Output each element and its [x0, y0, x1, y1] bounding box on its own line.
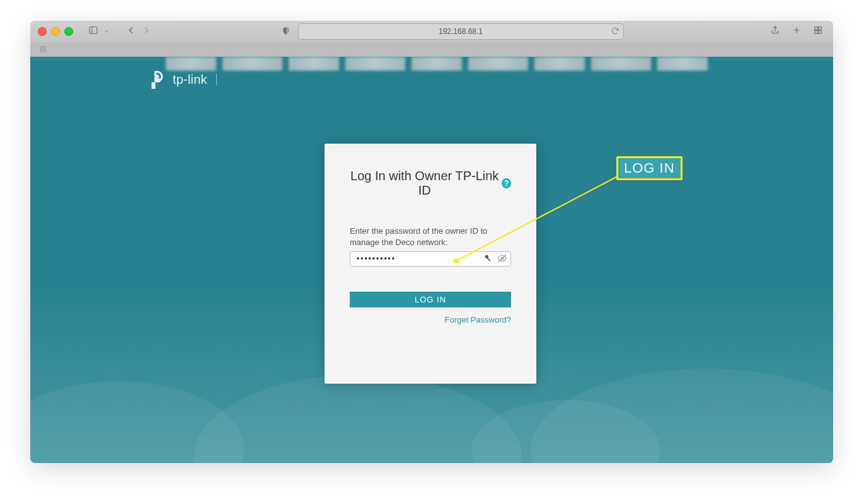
grid-icon	[813, 25, 823, 35]
svg-rect-16	[487, 258, 490, 261]
share-icon	[770, 25, 780, 35]
share-button[interactable]	[770, 25, 780, 38]
page-content: tp-link Log In with Owner TP-Link ID ? E…	[30, 57, 833, 463]
address-bar[interactable]: 192.168.68.1	[298, 23, 624, 40]
tp-link-logo-icon	[145, 68, 168, 91]
browser-titlebar: 192.168.68.1	[30, 21, 833, 42]
svg-rect-3	[819, 27, 822, 30]
eye-off-icon	[497, 253, 507, 263]
tp-link-logo-text: tp-link	[173, 72, 207, 87]
annotation-callout: LOG IN	[616, 156, 683, 180]
svg-point-11	[45, 49, 46, 50]
svg-rect-2	[815, 27, 818, 30]
login-card: Log In with Owner TP-Link ID ? Enter the…	[325, 144, 536, 384]
plus-icon	[792, 25, 802, 35]
svg-rect-5	[819, 31, 822, 34]
svg-rect-0	[89, 27, 97, 34]
sidebar-menu-caret[interactable]	[103, 26, 110, 37]
login-help-button[interactable]: ?	[502, 178, 511, 188]
reload-button[interactable]	[611, 26, 619, 37]
help-icon: ?	[504, 179, 509, 188]
logo-divider	[216, 74, 217, 85]
show-favorites-grid-button[interactable]	[39, 44, 47, 55]
nav-forward-button[interactable]	[141, 25, 151, 38]
login-button[interactable]: LOG IN	[350, 292, 511, 307]
login-title: Log In with Owner TP-Link ID ?	[350, 169, 511, 198]
svg-point-14	[45, 50, 46, 52]
login-description: Enter the password of the owner ID to ma…	[350, 226, 511, 248]
login-title-text: Log In with Owner TP-Link ID	[350, 169, 499, 198]
favorites-bar	[30, 42, 833, 57]
sidebar-icon	[88, 25, 98, 35]
close-window-button[interactable]	[38, 27, 47, 36]
shield-icon	[281, 26, 291, 36]
new-tab-button[interactable]	[792, 25, 802, 38]
svg-point-10	[42, 49, 43, 50]
password-autofill-button[interactable]	[483, 253, 493, 266]
forget-password-link[interactable]: Forget Password?	[350, 315, 511, 324]
browser-window: 192.168.68.1	[30, 21, 833, 463]
svg-point-12	[40, 50, 42, 52]
key-icon	[483, 253, 493, 263]
annotation-callout-text: LOG IN	[624, 160, 675, 176]
maximize-window-button[interactable]	[64, 27, 73, 36]
chevron-right-icon	[141, 25, 151, 35]
svg-point-6	[40, 46, 42, 47]
svg-point-7	[42, 46, 43, 47]
svg-point-13	[42, 50, 43, 52]
chevron-down-icon	[103, 28, 110, 35]
nav-back-button[interactable]	[126, 25, 136, 38]
minimize-window-button[interactable]	[51, 27, 60, 36]
svg-point-8	[45, 46, 46, 47]
tab-overview-button[interactable]	[813, 25, 823, 38]
tp-link-logo: tp-link	[145, 68, 217, 91]
chevron-left-icon	[126, 25, 136, 35]
address-bar-text: 192.168.68.1	[439, 27, 483, 36]
privacy-shield-button[interactable]	[281, 26, 291, 38]
svg-point-9	[40, 49, 42, 50]
password-visibility-toggle[interactable]	[497, 253, 507, 266]
apps-grid-icon	[39, 45, 47, 53]
redacted-nav-tabs	[166, 57, 708, 71]
reload-icon	[611, 26, 619, 35]
svg-rect-4	[815, 31, 818, 34]
window-controls	[38, 27, 73, 36]
sidebar-toggle-button[interactable]	[88, 25, 98, 38]
